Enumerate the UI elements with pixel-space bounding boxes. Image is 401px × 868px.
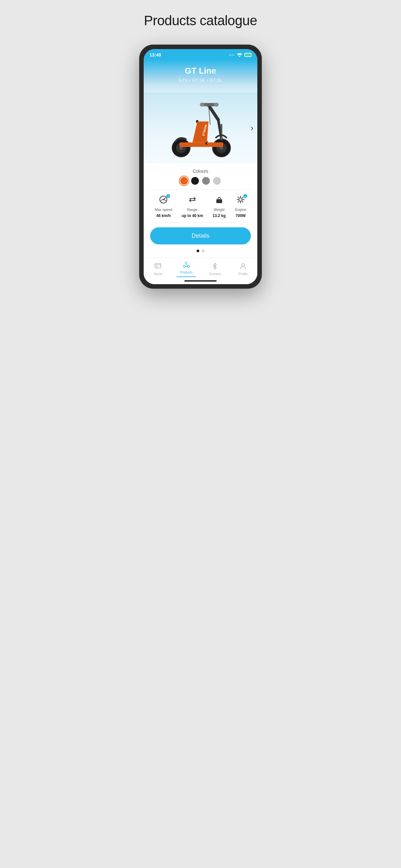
phone-screen: 13:49 •••• ⚡ GT Line GTS • GT SE (144, 49, 257, 284)
nav-item-products[interactable]: Products (177, 261, 196, 277)
nav-label-connect: Connect (209, 272, 220, 276)
svg-point-27 (239, 198, 242, 201)
colour-swatch-lightgray[interactable] (213, 177, 221, 185)
next-product-arrow[interactable]: › (251, 123, 253, 133)
spec-value-weight: 13.2 kg (212, 213, 226, 218)
product-header: GT Line GTS • GT SE • GT SL (144, 59, 257, 92)
battery-icon: ⚡ (244, 53, 251, 57)
status-bar: 13:49 •••• ⚡ (144, 49, 257, 59)
spec-value-speed: 46 km/h (156, 213, 171, 218)
bluetooth-icon (212, 262, 218, 271)
svg-line-13 (209, 105, 218, 120)
svg-rect-16 (214, 103, 219, 106)
wifi-icon (237, 53, 243, 57)
details-button[interactable]: Details (150, 227, 251, 244)
svg-point-40 (183, 266, 185, 268)
divider-2 (150, 222, 251, 223)
svg-line-35 (238, 201, 239, 202)
engine-icon: i (236, 195, 245, 206)
social-icon (154, 262, 161, 271)
nav-label-products: Products (180, 271, 192, 274)
svg-rect-7 (181, 143, 222, 146)
pagination-dot-1 (197, 250, 199, 252)
svg-line-33 (242, 201, 243, 202)
spec-value-range: up to 40 km (182, 213, 204, 218)
colour-swatch-black[interactable] (191, 177, 199, 185)
spec-value-engine: 700W (236, 213, 246, 218)
signal-icon: •••• (229, 53, 235, 57)
nav-active-indicator (177, 276, 196, 277)
colours-label: Colours (150, 168, 251, 174)
home-indicator (144, 279, 257, 284)
colour-swatches (150, 177, 251, 185)
colours-section: Colours (150, 168, 251, 185)
nav-item-profile[interactable]: Profile (234, 262, 253, 276)
product-variants: GTS • GT SE • GT SL (150, 78, 251, 83)
specs-row: i Max speed 46 km/h Range (150, 194, 251, 222)
colour-swatch-gray[interactable] (202, 177, 210, 185)
svg-point-23 (163, 199, 164, 200)
svg-point-41 (188, 266, 189, 268)
nav-label-social: Social (153, 272, 162, 276)
status-time: 13:49 (150, 52, 161, 58)
scooter-icon (183, 261, 190, 270)
phone-frame: 13:49 •••• ⚡ GT Line GTS • GT SE (139, 44, 262, 289)
svg-rect-26 (216, 199, 222, 203)
nav-label-profile: Profile (239, 272, 248, 276)
spec-range: Range up to 40 km (182, 195, 204, 218)
svg-rect-36 (155, 264, 161, 268)
spec-weight: Weight 13.2 kg (212, 195, 226, 218)
speedometer-icon: i (159, 195, 167, 206)
product-content: Colours (144, 163, 257, 252)
svg-line-34 (242, 197, 243, 198)
page-title: Products catalogue (144, 13, 257, 28)
svg-line-32 (238, 197, 239, 198)
home-bar (184, 280, 217, 282)
pagination-dots (150, 250, 251, 252)
nav-item-connect[interactable]: Connect (205, 262, 224, 276)
pagination-dot-2 (202, 250, 204, 252)
product-name: GT Line (150, 66, 251, 76)
person-icon (240, 262, 247, 271)
colour-swatch-orange[interactable] (180, 177, 188, 185)
svg-line-44 (186, 263, 187, 264)
spec-label-weight: Weight (214, 208, 225, 212)
spec-label-engine: Engine (235, 208, 246, 212)
svg-line-43 (187, 264, 187, 267)
svg-point-46 (242, 264, 244, 266)
spec-engine: i Engine 700W (235, 195, 246, 218)
range-icon (188, 195, 197, 206)
info-badge-speed: i (166, 194, 170, 198)
spec-label-range: Range (187, 208, 197, 212)
scooter-image: ETWOW (158, 96, 243, 160)
spec-label-speed: Max speed (155, 208, 173, 212)
nav-item-social[interactable]: Social (148, 262, 167, 276)
info-badge-engine: i (243, 194, 247, 198)
scooter-svg: ETWOW (158, 96, 243, 160)
svg-rect-15 (200, 103, 204, 106)
weight-icon (215, 195, 223, 206)
bottom-nav: Social Products (144, 257, 257, 279)
divider-1 (150, 189, 251, 190)
status-icons: •••• ⚡ (229, 53, 251, 57)
product-image-area: ETWOW › (144, 92, 257, 163)
spec-max-speed: i Max speed 46 km/h (155, 195, 173, 218)
